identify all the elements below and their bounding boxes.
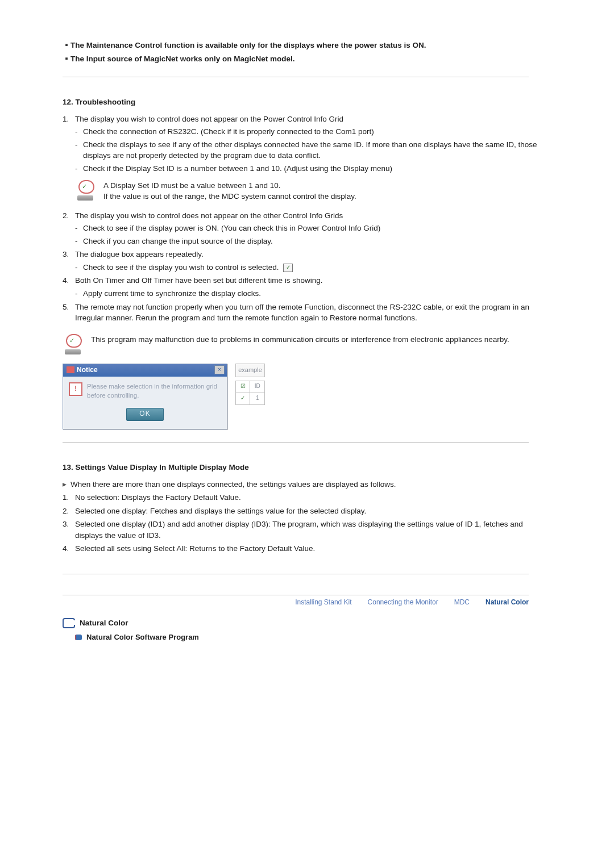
example-label: example: [235, 364, 265, 377]
dialog-message: Please make selection in the information…: [87, 382, 221, 400]
section-title-settings-value: 13. Settings Value Display In Multiple D…: [63, 462, 546, 473]
divider: [63, 77, 529, 77]
item-sub: -Check the displays to see if any of the…: [75, 139, 546, 161]
warning-icon: !: [69, 382, 82, 396]
troubleshooting-item: 3. The dialogue box appears repeatedly.: [63, 249, 546, 260]
section-title-troubleshooting: 12. Troubleshooting: [63, 97, 546, 108]
bullet-icon: ▪: [63, 53, 70, 64]
section-icon: [63, 618, 75, 628]
item-sub: -Check the connection of RS232C. (Check …: [75, 126, 546, 137]
item-title: Both On Timer and Off Timer have been se…: [75, 275, 546, 286]
troubleshooting-item: 4. Both On Timer and Off Timer have been…: [63, 275, 546, 286]
nav-link-connect[interactable]: Connecting the Monitor: [368, 598, 438, 607]
item-sub: - Check to see if the display you wish t…: [75, 262, 546, 273]
notice-text: A Display Set ID must be a value between…: [103, 180, 356, 202]
settings-item: 3.Selected one display (ID1) and add ano…: [63, 519, 546, 541]
item-number: 1.: [63, 114, 75, 125]
dialog-app-icon: [67, 366, 74, 373]
dialog-body: ! Please make selection in the informati…: [63, 377, 227, 429]
content-column: ▪ The Maintenance Control function is av…: [63, 40, 546, 643]
sub-text: Check to see if the display you wish to …: [83, 263, 279, 272]
note-text: The Input source of MagicNet works only …: [70, 53, 546, 65]
grid-header-id: ID: [250, 381, 265, 393]
note-bullet: ▪ The Input source of MagicNet works onl…: [63, 53, 546, 65]
example-grid: ☑ ID ✓ 1: [235, 381, 265, 405]
arrow-icon: ▸: [63, 479, 70, 490]
note-text: The Maintenance Control function is avai…: [70, 40, 546, 51]
item-number: 4.: [63, 275, 75, 286]
item-title: The remote may not function properly whe…: [75, 302, 546, 324]
grid-header-check: ☑: [236, 381, 250, 393]
note-bullet: ▪ The Maintenance Control function is av…: [63, 40, 546, 51]
troubleshooting-item: 5. The remote may not function properly …: [63, 302, 546, 324]
item-number: 2.: [63, 210, 75, 222]
checkbox-icon: ✓: [283, 264, 293, 272]
heading-text: Natural Color: [80, 617, 128, 629]
item-number: 5.: [63, 302, 75, 324]
item-sub: -Check if the Display Set ID is a number…: [75, 163, 546, 174]
example-column: example ☑ ID ✓ 1: [235, 364, 265, 405]
bullet-icon: ▪: [63, 40, 70, 50]
notice-text: This program may malfunction due to prob…: [91, 334, 509, 345]
item-title: The display you wish to control does not…: [75, 114, 546, 125]
item-sub: -Apply current time to synchronize the d…: [75, 288, 546, 299]
grid-cell-id: 1: [250, 393, 265, 404]
notice-icon: ✓: [75, 180, 98, 201]
settings-item: 4.Selected all sets using Select All: Re…: [63, 543, 546, 554]
notice-block: ✓ This program may malfunction due to pr…: [63, 334, 546, 354]
troubleshooting-item: 1. The display you wish to control does …: [63, 114, 546, 125]
footer-nav: Installing Stand Kit Connecting the Moni…: [63, 595, 529, 607]
item-title: The dialogue box appears repeatedly.: [75, 249, 546, 260]
nav-link-mdc[interactable]: MDC: [454, 598, 470, 607]
lead-text: When there are more than one displays co…: [70, 479, 396, 490]
settings-item: 2.Selected one display: Fetches and disp…: [63, 506, 546, 517]
sub-text: Natural Color Software Program: [86, 632, 199, 643]
dialog-example-area: Notice × ! Please make selection in the …: [63, 364, 546, 429]
natural-color-heading: Natural Color: [63, 617, 546, 629]
close-icon[interactable]: ×: [214, 365, 225, 374]
divider: [63, 574, 529, 574]
grid-cell-check: ✓: [236, 393, 250, 404]
item-title: The display you wish to control does not…: [75, 210, 546, 222]
item-sub: -Check to see if the display power is ON…: [75, 223, 546, 234]
troubleshooting-item: 2. The display you wish to control does …: [63, 210, 546, 222]
item-number: 3.: [63, 249, 75, 260]
item-sub: -Check if you can change the input sourc…: [75, 236, 546, 247]
section-lead: ▸ When there are more than one displays …: [63, 479, 546, 490]
notice-dialog: Notice × ! Please make selection in the …: [63, 364, 227, 429]
sub-bullet-icon: [75, 635, 82, 640]
settings-item: 1.No selection: Displays the Factory Def…: [63, 492, 546, 503]
nav-link-install[interactable]: Installing Stand Kit: [295, 598, 351, 607]
notice-block: ✓ A Display Set ID must be a value betwe…: [75, 180, 546, 202]
natural-color-sub: Natural Color Software Program: [75, 632, 546, 643]
divider: [63, 442, 529, 443]
nav-link-natural-color[interactable]: Natural Color: [486, 598, 529, 607]
notice-icon: ✓: [63, 334, 85, 354]
dialog-titlebar: Notice ×: [63, 364, 227, 377]
ok-button[interactable]: OK: [126, 408, 163, 420]
dialog-title-text: Notice: [77, 365, 214, 375]
